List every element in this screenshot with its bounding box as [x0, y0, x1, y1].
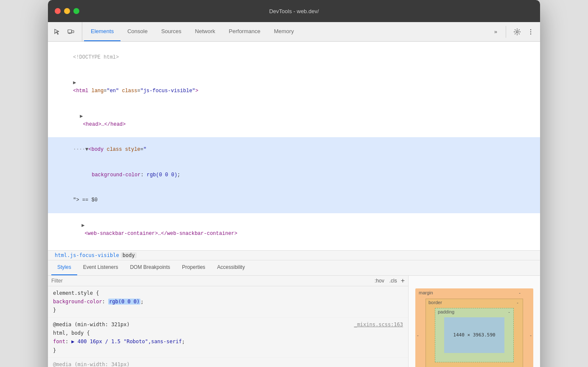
filter-input[interactable] [51, 278, 370, 284]
tab-event-listeners[interactable]: Event Listeners [77, 260, 124, 275]
css-rule-bgcolor[interactable]: background-color: rgb(0 0 0); [53, 297, 403, 306]
box-content-layer: 1440 × 3963.590 [444, 317, 504, 353]
css-block-element-style: element.style { background-color: rgb(0 … [48, 286, 408, 318]
margin-right-dash: - [530, 333, 532, 338]
tab-bar: Elements Console Sources Network Perform… [48, 22, 540, 42]
expand-head-arrow[interactable]: ▶ [80, 113, 83, 119]
border-label: border [428, 300, 442, 305]
tab-dom-breakpoints[interactable]: DOM Breakpoints [124, 260, 176, 275]
breadcrumb: html.js-focus-visible body [48, 251, 540, 260]
more-options-icon[interactable] [525, 26, 537, 38]
css-block-partial: @media (min-width: 341px) [48, 358, 408, 367]
tab-memory[interactable]: Memory [267, 22, 301, 41]
border-value: - [517, 300, 518, 305]
css-source-link[interactable]: _mixins.scss:163 [354, 320, 403, 329]
css-partial-media: @media (min-width: 341px) [53, 360, 403, 367]
device-icon[interactable] [65, 26, 77, 38]
margin-label: margin [419, 290, 433, 295]
settings-icon[interactable] [511, 26, 523, 38]
css-media-query: @media (min-width: 321px) _mixins.scss:1… [53, 320, 403, 329]
devtools-window: DevTools - web.dev/ Elements Cons [48, 0, 540, 367]
css-selector-element: element.style { [53, 289, 403, 297]
hov-button[interactable]: :hov [373, 277, 386, 284]
maximize-button[interactable] [73, 8, 79, 14]
css-rule-font[interactable]: font: ▶ 400 16px / 1.5 "Roboto",sans-ser… [53, 337, 403, 346]
margin-value: - [519, 290, 521, 295]
svg-point-7 [530, 33, 531, 34]
svg-point-6 [530, 31, 531, 32]
filter-actions: :hov .cls + [373, 277, 405, 284]
tab-performance[interactable]: Performance [222, 22, 267, 41]
tab-sources[interactable]: Sources [154, 22, 188, 41]
source-line-head[interactable]: ▶ <head>…</head> [48, 104, 540, 137]
source-line-body[interactable]: ····▼<body class style=" [48, 137, 540, 163]
css-close-brace2: } [53, 346, 403, 355]
box-model: margin - border - padding - 1440 × 3963.… [415, 288, 533, 367]
title-bar: DevTools - web.dev/ [48, 0, 540, 22]
breadcrumb-body[interactable]: body [121, 252, 137, 258]
inspect-icon[interactable] [51, 26, 63, 38]
box-model-panel: margin - border - padding - 1440 × 3963.… [409, 276, 540, 367]
content-size: 1440 × 3963.590 [453, 332, 495, 338]
tab-accessibility[interactable]: Accessibility [211, 260, 251, 275]
margin-left-dash: - [417, 333, 419, 338]
source-line-html[interactable]: ▶ <html lang="en" class="js-focus-visibl… [48, 71, 540, 104]
separator [506, 26, 506, 38]
svg-point-4 [516, 31, 518, 33]
source-line-body-eq: "> == $0 [48, 188, 540, 213]
svg-point-5 [530, 29, 531, 30]
tab-properties[interactable]: Properties [176, 260, 211, 275]
css-selector-html-body: html, body { [53, 329, 403, 337]
tab-network[interactable]: Network [188, 22, 222, 41]
more-tabs-button[interactable]: » [491, 27, 501, 37]
html-source-panel: <!DOCTYPE html> ▶ <html lang="en" class=… [48, 42, 540, 251]
css-block-media: @media (min-width: 321px) _mixins.scss:1… [48, 318, 408, 358]
styles-left-panel: :hov .cls + element.style { background-c… [48, 276, 409, 367]
window-title: DevTools - web.dev/ [269, 8, 319, 14]
padding-label: padding [438, 309, 454, 314]
lower-tab-bar: Styles Event Listeners DOM Breakpoints P… [48, 260, 540, 276]
expand-arrow[interactable]: ▶ [73, 80, 76, 86]
traffic-lights [55, 8, 79, 14]
devtools-icons [51, 22, 82, 41]
breadcrumb-html[interactable]: html.js-focus-visible [55, 252, 119, 258]
source-line-bgcolor: background-color: rgb(0 0 0); [48, 163, 540, 188]
cls-button[interactable]: .cls [388, 277, 398, 284]
css-close-brace: } [53, 306, 403, 314]
source-line-doctype: <!DOCTYPE html> [48, 45, 540, 71]
expand-snackbar-arrow[interactable]: ▶ [81, 223, 84, 229]
filter-bar: :hov .cls + [48, 276, 408, 286]
padding-value: - [508, 309, 510, 314]
tab-console[interactable]: Console [120, 22, 154, 41]
tab-bar-right: » [491, 22, 537, 41]
close-button[interactable] [55, 8, 61, 14]
add-style-button[interactable]: + [401, 277, 405, 284]
styles-panel: :hov .cls + element.style { background-c… [48, 276, 540, 367]
source-line-snackbar[interactable]: ▶ <web-snackbar-container>…</web-snackba… [48, 213, 540, 247]
svg-rect-0 [68, 30, 72, 33]
svg-rect-1 [72, 31, 74, 33]
tab-styles[interactable]: Styles [51, 260, 77, 275]
minimize-button[interactable] [64, 8, 70, 14]
tab-elements[interactable]: Elements [84, 22, 120, 41]
